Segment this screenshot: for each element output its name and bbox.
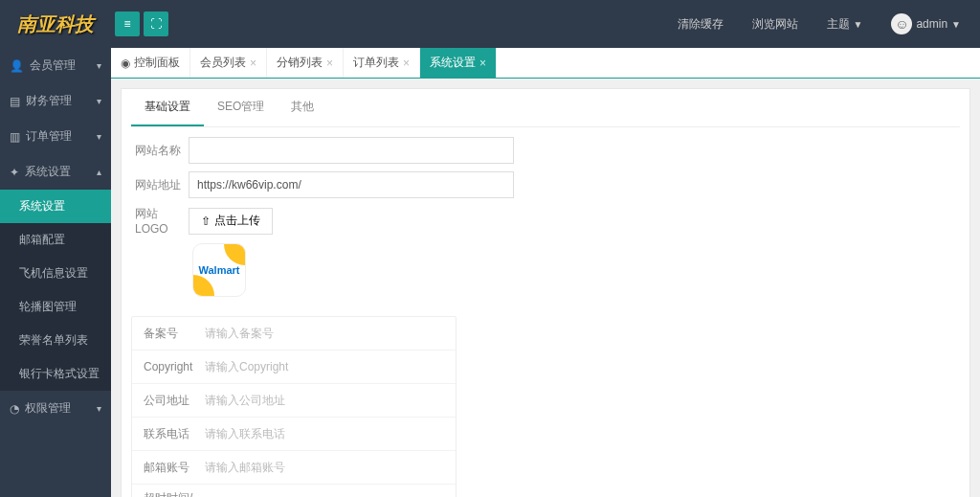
sidebar-item-orders[interactable]: 订单管理 ▾	[0, 119, 111, 154]
sidebar-subitem-carousel[interactable]: 轮播图管理	[0, 290, 111, 324]
home-icon: ◉	[121, 56, 130, 70]
gear-icon	[10, 166, 19, 179]
view-site-link[interactable]: 浏览网站	[752, 16, 798, 33]
timeout-label: 超时时间/分	[140, 490, 197, 497]
brand-logo-text: 南亚科技	[17, 11, 94, 37]
page-tabs: ◉ 控制面板 会员列表 × 分销列表 × 订单列表 × 系统设置 ×	[111, 48, 980, 79]
subtab-seo[interactable]: SEO管理	[204, 89, 278, 126]
chevron-down-icon: ▾	[97, 131, 101, 142]
topbar: 南亚科技 清除缓存 浏览网站 主题▼ ☺ admin ▼	[0, 0, 980, 48]
sidebar-subitem-system-settings[interactable]: 系统设置	[0, 190, 111, 223]
chevron-down-icon: ▼	[951, 19, 961, 30]
sidebar-subitem-telegram-config[interactable]: 飞机信息设置	[0, 257, 111, 290]
copyright-label: Copyright	[140, 360, 197, 373]
site-name-input[interactable]	[189, 137, 514, 164]
user-icon	[10, 59, 24, 73]
chevron-down-icon: ▼	[854, 19, 863, 30]
logo-preview: Walmart	[192, 243, 246, 297]
subtab-other[interactable]: 其他	[278, 89, 327, 126]
sidebar-item-finance[interactable]: 财务管理 ▾	[0, 83, 111, 119]
company-addr-label: 公司地址	[140, 393, 197, 409]
topbar-right: 清除缓存 浏览网站 主题▼ ☺ admin ▼	[678, 13, 981, 34]
lock-icon	[10, 402, 19, 416]
logo-preview-text: Walmart	[199, 264, 240, 276]
close-icon[interactable]: ×	[479, 56, 486, 70]
sidebar-subitem-mail-config[interactable]: 邮箱配置	[0, 223, 111, 257]
email-input[interactable]	[197, 457, 446, 478]
close-icon[interactable]: ×	[403, 56, 410, 70]
sidebar-submenu-system: 系统设置 邮箱配置 飞机信息设置 轮播图管理 荣誉名单列表 银行卡格式设置	[0, 190, 111, 391]
company-addr-input[interactable]	[197, 390, 446, 411]
list-icon	[10, 95, 20, 108]
icp-input[interactable]	[197, 323, 446, 344]
close-icon[interactable]: ×	[250, 56, 256, 70]
sidebar-toggle-button[interactable]	[115, 11, 140, 36]
sidebar-item-permissions[interactable]: 权限管理 ▾	[0, 391, 111, 426]
contact-phone-input[interactable]	[197, 423, 446, 444]
user-menu[interactable]: ☺ admin ▼	[891, 13, 961, 34]
menu-icon	[123, 17, 130, 31]
icp-label: 备案号	[140, 326, 197, 342]
site-url-input[interactable]	[189, 171, 514, 198]
avatar-icon: ☺	[891, 13, 912, 34]
site-name-label: 网站名称	[131, 143, 189, 159]
fullscreen-button[interactable]	[144, 11, 168, 36]
tab-system-settings[interactable]: 系统设置 ×	[420, 48, 497, 78]
sidebar-item-members[interactable]: 会员管理 ▾	[0, 48, 111, 83]
site-logo-label: 网站LOGO	[131, 206, 189, 236]
sidebar-subitem-bankcard-format[interactable]: 银行卡格式设置	[0, 357, 111, 391]
close-icon[interactable]: ×	[326, 56, 333, 70]
sidebar-subitem-honor-list[interactable]: 荣誉名单列表	[0, 324, 111, 357]
content-panel: 基础设置 SEO管理 其他 网站名称 网站地址 网站LOGO 点击上传 Wa	[121, 88, 970, 497]
chevron-down-icon: ▾	[97, 96, 101, 106]
subtab-basic[interactable]: 基础设置	[131, 89, 204, 126]
site-url-label: 网站地址	[131, 177, 189, 193]
chevron-down-icon: ▾	[97, 403, 101, 414]
chevron-down-icon: ▾	[97, 60, 101, 71]
tab-distribution[interactable]: 分销列表 ×	[267, 48, 344, 78]
tab-members[interactable]: 会员列表 ×	[190, 48, 267, 78]
contact-phone-label: 联系电话	[140, 426, 197, 442]
fullscreen-icon	[150, 17, 162, 31]
sidebar: 会员管理 ▾ 财务管理 ▾ 订单管理 ▾ 系统设置 ▴ 系统设置 邮箱配置 飞机…	[0, 48, 111, 497]
main-area: ◉ 控制面板 会员列表 × 分销列表 × 订单列表 × 系统设置 × 基础设置	[111, 48, 980, 497]
tab-orderlist[interactable]: 订单列表 ×	[344, 48, 420, 78]
tab-dashboard[interactable]: ◉ 控制面板	[111, 48, 190, 78]
sidebar-item-system[interactable]: 系统设置 ▴	[0, 154, 111, 190]
brand-logo: 南亚科技	[0, 0, 111, 48]
upload-logo-button[interactable]: 点击上传	[189, 208, 273, 235]
username-label: admin	[916, 17, 947, 31]
theme-dropdown[interactable]: 主题▼	[827, 16, 863, 33]
upload-icon	[201, 215, 211, 228]
chevron-up-icon: ▴	[97, 167, 101, 177]
email-label: 邮箱账号	[140, 460, 197, 476]
topbar-buttons	[115, 11, 168, 36]
settings-subtabs: 基础设置 SEO管理 其他	[131, 89, 960, 127]
list-icon	[10, 130, 20, 144]
copyright-input[interactable]	[197, 356, 446, 377]
clear-cache-link[interactable]: 清除缓存	[678, 16, 724, 33]
